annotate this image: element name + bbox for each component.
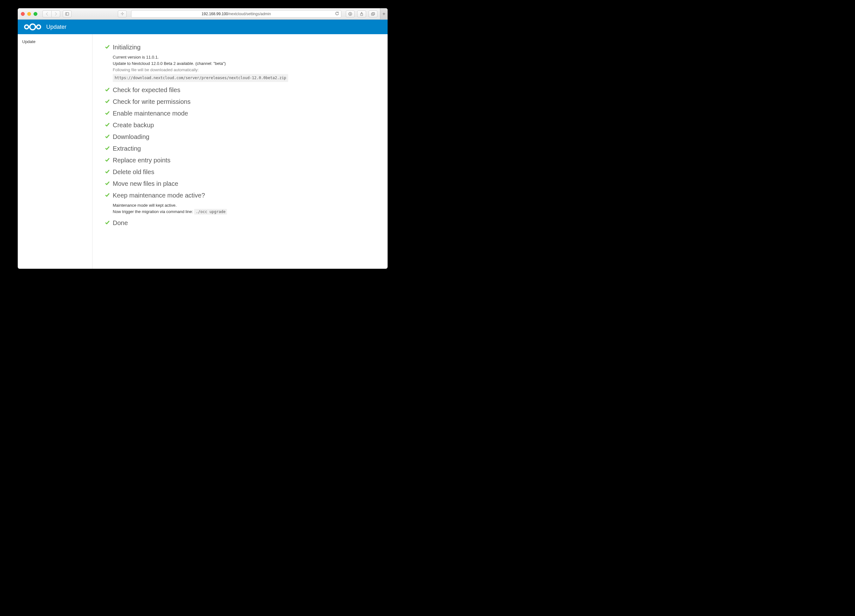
step-title: Delete old files <box>113 168 154 176</box>
download-intro: Following file will be downloaded automa… <box>113 67 375 73</box>
current-version-line: Current version is 11.0.1. <box>113 54 375 60</box>
sidebar-toggle-button[interactable] <box>63 11 72 17</box>
check-icon <box>105 157 110 164</box>
reader-button[interactable]: ✢ <box>118 11 127 17</box>
step-title: Move new files in place <box>113 180 178 187</box>
check-icon <box>105 193 110 199</box>
sidebar: Update <box>18 34 92 269</box>
step-title: Keep maintenance mode active? <box>113 192 205 199</box>
sidebar-item-label: Update <box>22 39 35 44</box>
step-title: Check for write permissions <box>113 98 191 105</box>
step-move-new: Move new files in place <box>105 180 375 187</box>
step-done: Done <box>105 219 375 227</box>
tabs-button[interactable] <box>369 11 377 17</box>
step-delete-old: Delete old files <box>105 168 375 176</box>
reload-button[interactable] <box>335 11 339 17</box>
share-button[interactable] <box>357 11 366 17</box>
main-content: Initializing Current version is 11.0.1. … <box>92 34 388 269</box>
back-button[interactable] <box>43 11 51 17</box>
occ-command: ./occ upgrade <box>194 209 227 215</box>
sidebar-item-update[interactable]: Update <box>18 37 92 46</box>
step-downloading: Downloading <box>105 133 375 141</box>
check-icon <box>105 146 110 151</box>
step-detail: Current version is 11.0.1. Update to Nex… <box>113 54 375 82</box>
app-body: Update Initializing Current version is 1… <box>18 34 388 269</box>
nav-buttons <box>43 11 60 17</box>
step-keep-maintenance: Keep maintenance mode active? Maintenanc… <box>105 192 375 215</box>
download-url: https://download.nextcloud.com/server/pr… <box>113 74 288 82</box>
step-title: Downloading <box>113 133 149 141</box>
maintenance-line1: Maintenance mode will kept active. <box>113 202 375 209</box>
step-title: Initializing <box>113 44 141 51</box>
address-bar[interactable]: 192.168.99.100/nextcloud/settings/admin <box>131 10 342 18</box>
maximize-window-button[interactable] <box>34 12 37 16</box>
close-window-button[interactable] <box>21 12 25 16</box>
check-icon <box>105 87 110 93</box>
step-title: Done <box>113 219 128 227</box>
app-header: Updater <box>18 20 388 34</box>
check-icon <box>105 99 110 105</box>
step-check-files: Check for expected files <box>105 86 375 94</box>
window-controls <box>21 12 37 16</box>
minimize-window-button[interactable] <box>27 12 31 16</box>
step-title: Enable maintenance mode <box>113 110 188 117</box>
step-detail: Maintenance mode will kept active. Now t… <box>113 202 375 215</box>
step-title: Create backup <box>113 122 154 129</box>
url-host: 192.168.99.100 <box>202 12 228 16</box>
step-initializing: Initializing Current version is 11.0.1. … <box>105 44 375 82</box>
step-replace-entry: Replace entry points <box>105 157 375 164</box>
url-path: /nextcloud/settings/admin <box>228 12 271 16</box>
step-check-permissions: Check for write permissions <box>105 98 375 105</box>
step-extracting: Extracting <box>105 145 375 152</box>
svg-rect-5 <box>372 12 375 15</box>
step-enable-maintenance: Enable maintenance mode <box>105 110 375 117</box>
check-icon <box>105 122 110 128</box>
new-tab-button[interactable]: + <box>380 8 388 20</box>
check-icon <box>105 44 110 50</box>
step-title: Replace entry points <box>113 157 170 164</box>
app-title: Updater <box>46 24 66 31</box>
check-icon <box>105 134 110 140</box>
step-title: Check for expected files <box>113 86 180 94</box>
step-title: Extracting <box>113 145 141 152</box>
nextcloud-logo-icon <box>23 23 42 31</box>
check-icon <box>105 181 110 187</box>
svg-point-8 <box>37 25 41 29</box>
maintenance-line2: Now trigger the migration via command li… <box>113 209 375 215</box>
check-icon <box>105 220 110 226</box>
toolbar-right <box>346 11 377 17</box>
svg-rect-0 <box>66 12 69 15</box>
svg-point-6 <box>25 25 29 29</box>
check-icon <box>105 169 110 175</box>
forward-button[interactable] <box>51 11 60 17</box>
step-create-backup: Create backup <box>105 122 375 129</box>
check-icon <box>105 111 110 116</box>
svg-point-7 <box>30 24 35 30</box>
update-available-line: Update to Nextcloud 12.0.0 Beta 2 availa… <box>113 60 375 67</box>
downloads-button[interactable] <box>346 11 355 17</box>
browser-toolbar: ✢ 192.168.99.100/nextcloud/settings/admi… <box>18 8 388 20</box>
browser-window: ✢ 192.168.99.100/nextcloud/settings/admi… <box>18 8 388 269</box>
svg-rect-4 <box>371 13 374 15</box>
